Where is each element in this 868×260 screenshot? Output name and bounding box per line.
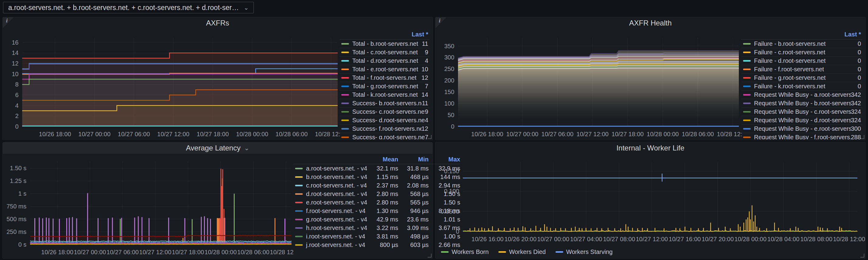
series-label[interactable]: g.root-servers.net. - v4 (306, 216, 367, 223)
legend-row[interactable]: Failure - b.root-servers.net0 (741, 40, 862, 48)
legend-row[interactable]: Request While Busy - e.root-servers.net.… (741, 125, 862, 133)
panel-title-average-latency[interactable]: Average Latency ⌄ (3, 142, 432, 154)
series-label[interactable]: Failure - b.root-servers.net (754, 40, 826, 47)
series-label[interactable]: Success- g.root-servers.net (352, 134, 425, 139)
axfrs-plot-area[interactable]: 10/26 18:0010/27 00:0010/27 06:0010/27 1… (3, 29, 340, 140)
series-max-value: 1.01 s (429, 215, 460, 224)
panel-title-worker-life[interactable]: Internal - Worker Life (436, 142, 865, 154)
legend-row[interactable]: Request While Busy - c.root-servers.net.… (741, 108, 862, 116)
panel-resize-handle[interactable] (860, 135, 864, 139)
legend-row[interactable]: Request While Busy - b.root-servers.net.… (741, 99, 862, 108)
series-label[interactable]: Failure - f.root-servers.net (754, 66, 824, 73)
series-label[interactable]: Request While Busy - d.root-servers.net. (754, 117, 851, 124)
series-label[interactable]: Workers Died (509, 249, 546, 255)
series-min-value: 31.8 ms (398, 164, 429, 173)
legend-sort-header-last[interactable]: Last * (741, 29, 862, 40)
legend-row[interactable]: Success- f.root-servers.net12 (339, 125, 429, 133)
legend-row[interactable]: a.root-servers.net. - v4 (293, 164, 367, 173)
legend-item[interactable]: Workers Born (441, 249, 489, 255)
series-label[interactable]: Total - k.root-servers.net (352, 91, 418, 98)
series-label[interactable]: Workers Starving (566, 249, 613, 255)
series-label[interactable]: Success- c.root-servers.net (352, 108, 425, 115)
series-label[interactable]: Failure - c.root-servers.net (754, 49, 826, 56)
series-label[interactable]: Total - e.root-servers.net (352, 66, 418, 73)
series-label[interactable]: Request While Busy - b.root-servers.net. (754, 100, 851, 107)
legend-row[interactable]: Success- c.root-servers.net9 (339, 108, 429, 116)
axfr-health-plot-area[interactable]: 10/26 18:0010/27 00:0010/27 06:0010/27 1… (436, 29, 742, 140)
legend-row[interactable]: f.root-servers.net. - v4 (293, 207, 367, 215)
legend-row[interactable]: Total - e.root-servers.net10 (339, 65, 429, 74)
legend-row[interactable]: Total - b.root-servers.net11 (339, 40, 429, 48)
series-label[interactable]: Failure - k.root-servers.net (754, 83, 826, 90)
series-label[interactable]: Success- d.root-servers.net (352, 117, 425, 124)
legend-row[interactable]: Success- d.root-servers.net4 (339, 116, 429, 125)
series-label[interactable]: Failure - d.root-servers.net (754, 57, 826, 64)
series-label[interactable]: Success- f.root-servers.net (352, 125, 422, 132)
legend-row[interactable]: Total - k.root-servers.net14 (339, 91, 429, 99)
legend-row[interactable]: d.root-servers.net. - v4 (293, 190, 367, 198)
legend-item[interactable]: Workers Died (498, 249, 546, 255)
series-label[interactable]: b.root-servers.net. - v4 (306, 174, 367, 181)
legend-row[interactable]: i.root-servers.net. - v4 (293, 232, 367, 240)
legend-row[interactable]: Request While Busy - f.root-servers.net.… (741, 133, 862, 139)
series-last-value: 300 (851, 125, 862, 132)
legend-row[interactable]: Total - g.root-servers.net7 (339, 82, 429, 91)
legend-row[interactable]: c.root-servers.net. - v4 (293, 181, 367, 190)
series-label[interactable]: e.root-servers.net. - v4 (306, 199, 367, 206)
series-label[interactable]: Total - c.root-servers.net (352, 49, 418, 56)
panel-resize-handle[interactable] (860, 254, 864, 258)
legend-row[interactable]: e.root-servers.net. - v4 (293, 198, 367, 207)
legend-row[interactable]: g.root-servers.net. - v4 (293, 215, 367, 224)
legend-sort-header[interactable]: Mean (367, 154, 398, 164)
legend-row[interactable]: Failure - g.root-servers.net0 (741, 74, 862, 82)
series-label[interactable]: d.root-servers.net. - v4 (306, 190, 367, 197)
legend-row[interactable]: j.root-servers.net. - v4 (293, 240, 367, 249)
series-label[interactable]: j.root-servers.net. - v4 (306, 242, 365, 249)
legend-row[interactable]: b.root-servers.net. - v4 (293, 173, 367, 181)
legend-row[interactable]: Failure - d.root-servers.net0 (741, 57, 862, 65)
panel-resize-handle[interactable] (428, 135, 432, 139)
series-label[interactable]: Total - g.root-servers.net (352, 83, 418, 90)
panel-title-axfrs[interactable]: AXFRs (3, 17, 432, 29)
series-label[interactable]: Request While Busy - a.root-servers.net. (754, 91, 851, 98)
legend-sort-header[interactable]: Min (398, 154, 429, 164)
series-mean-value: 1.30 ms (367, 207, 398, 215)
legend-sort-header-last[interactable]: Last * (339, 29, 429, 40)
legend-row[interactable]: Request While Busy - d.root-servers.net.… (741, 116, 862, 125)
legend-row[interactable]: Total - d.root-servers.net4 (339, 57, 429, 65)
legend-row[interactable]: Total - f.root-servers.net12 (339, 74, 429, 82)
worker-life-plot-area[interactable]: 10/26 16:0010/26 20:0010/27 00:0010/27 0… (436, 154, 865, 245)
legend-row[interactable]: Failure - f.root-servers.net0 (741, 65, 862, 74)
panel-worker-life: Internal - Worker Life 10/26 16:0010/26 … (435, 142, 866, 259)
series-label[interactable]: i.root-servers.net. - v4 (306, 233, 365, 240)
legend-row[interactable]: Failure - k.root-servers.net0 (741, 82, 862, 91)
average-latency-plot-area[interactable]: 10/26 18:0010/27 00:0010/27 06:0010/27 1… (3, 154, 294, 258)
series-label[interactable]: Total - d.root-servers.net (352, 57, 418, 64)
legend-item[interactable]: Workers Starving (556, 249, 613, 255)
series-label[interactable]: Total - b.root-servers.net (352, 40, 418, 47)
series-label[interactable]: f.root-servers.net. - v4 (306, 208, 366, 215)
series-label[interactable]: Failure - g.root-servers.net (754, 74, 826, 81)
series-label[interactable]: c.root-servers.net. - v4 (306, 182, 367, 189)
svg-text:10/27 18:00: 10/27 18:00 (197, 131, 229, 138)
series-label[interactable]: Workers Born (452, 249, 489, 255)
panel-resize-handle[interactable] (428, 254, 432, 258)
series-label[interactable]: h.root-servers.net. - v4 (306, 224, 367, 231)
legend-row[interactable]: h.root-servers.net. - v4 (293, 224, 367, 232)
series-label[interactable]: Total - f.root-servers.net (352, 74, 416, 81)
svg-text:10/27 18:00: 10/27 18:00 (172, 249, 204, 255)
series-label[interactable]: Request While Busy - e.root-servers.net. (754, 125, 851, 132)
legend-row[interactable]: Request While Busy - a.root-servers.net.… (741, 91, 862, 99)
legend-row[interactable]: Failure - c.root-servers.net0 (741, 48, 862, 57)
legend-row[interactable]: Success- b.root-servers.net11 (339, 99, 429, 108)
legend-row[interactable]: Success- g.root-servers.net7 (339, 133, 429, 139)
legend-row[interactable]: Total - c.root-servers.net9 (339, 48, 429, 57)
series-label[interactable]: Request While Busy - c.root-servers.net. (754, 108, 851, 115)
series-label[interactable]: Success- b.root-servers.net (352, 100, 422, 107)
series-color-swatch (341, 85, 349, 87)
legend-sort-header[interactable]: Max (429, 154, 460, 164)
panel-title-axfr-health[interactable]: AXFR Health (436, 17, 865, 29)
series-label[interactable]: a.root-servers.net. - v4 (306, 165, 367, 172)
series-label[interactable]: Request While Busy - f.root-servers.net. (754, 134, 851, 139)
template-variable-dropdown[interactable]: a.root-servers.net. + b.root-servers.net… (3, 2, 254, 13)
